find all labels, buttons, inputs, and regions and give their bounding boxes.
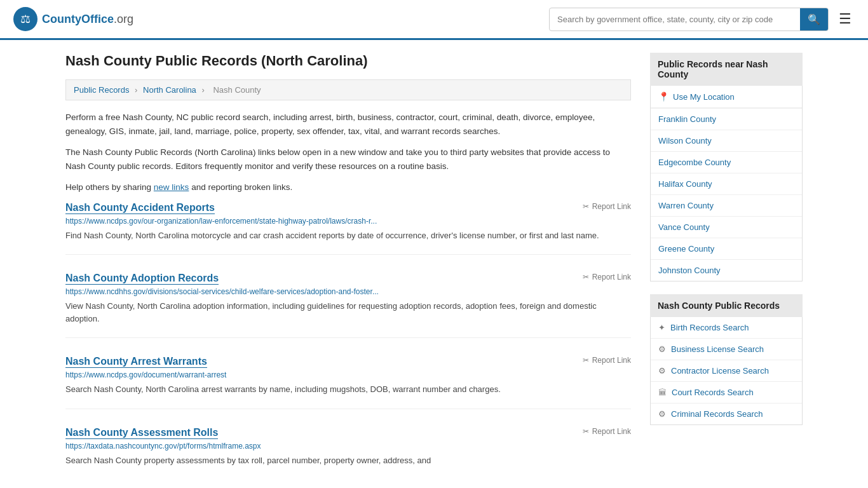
nash-record-icon: ⚙	[658, 366, 666, 376]
nash-record-item[interactable]: 🏛 Court Records Search	[651, 382, 802, 403]
nearby-county-link[interactable]: Warren County	[651, 195, 802, 216]
logo-area: ⚖ CountyOffice.org	[13, 6, 133, 32]
breadcrumb-nash-county: Nash County	[213, 85, 261, 95]
use-location-label: Use My Location	[673, 92, 735, 102]
result-item: Nash County Arrest Warrants ✂ Report Lin…	[65, 356, 631, 409]
report-link[interactable]: ✂ Report Link	[583, 202, 631, 211]
nearby-counties-container: Franklin CountyWilson CountyEdgecombe Co…	[651, 109, 802, 281]
breadcrumb: Public Records › North Carolina › Nash C…	[65, 79, 631, 100]
nearby-county-item[interactable]: Warren County	[651, 195, 802, 217]
nash-record-item[interactable]: ⚙ Criminal Records Search	[651, 403, 802, 424]
nearby-county-item[interactable]: Franklin County	[651, 109, 802, 130]
nash-records-title: Nash County Public Records	[650, 294, 803, 317]
nearby-title: Public Records near Nash County	[650, 53, 803, 86]
nash-record-link[interactable]: ⚙ Criminal Records Search	[651, 403, 802, 424]
logo-text: CountyOffice.org	[42, 13, 133, 26]
nash-records-list: ✦ Birth Records Search ⚙ Business Licens…	[650, 317, 803, 425]
result-header: Nash County Assessment Rolls ✂ Report Li…	[65, 427, 631, 439]
nearby-county-item[interactable]: Halifax County	[651, 173, 802, 195]
result-url[interactable]: https://www.ncdps.gov/our-organization/l…	[65, 217, 631, 226]
nash-record-icon: ⚙	[658, 409, 666, 419]
result-header: Nash County Adoption Records ✂ Report Li…	[65, 273, 631, 285]
nearby-county-link[interactable]: Franklin County	[651, 109, 802, 130]
nearby-county-link[interactable]: Greene County	[651, 238, 802, 259]
result-header: Nash County Accident Reports ✂ Report Li…	[65, 202, 631, 214]
nash-record-icon: ✦	[658, 323, 665, 332]
nearby-county-item[interactable]: Greene County	[651, 238, 802, 260]
result-item: Nash County Adoption Records ✂ Report Li…	[65, 273, 631, 338]
nash-record-label: Court Records Search	[672, 388, 754, 397]
description-1: Perform a free Nash County, NC public re…	[65, 111, 631, 138]
nearby-list: 📍 Use My Location Franklin CountyWilson …	[650, 86, 803, 281]
nearby-county-link[interactable]: Vance County	[651, 217, 802, 238]
report-link-label: Report Link	[592, 356, 631, 365]
report-link-label: Report Link	[592, 202, 631, 211]
nash-record-item[interactable]: ✦ Birth Records Search	[651, 317, 802, 339]
nash-record-link[interactable]: ⚙ Business License Search	[651, 339, 802, 360]
result-desc: View Nash County, North Carolina adoptio…	[65, 300, 631, 325]
sidebar: Public Records near Nash County 📍 Use My…	[650, 53, 803, 488]
result-title[interactable]: Nash County Assessment Rolls	[65, 427, 218, 439]
report-link-label: Report Link	[592, 273, 631, 281]
result-title[interactable]: Nash County Adoption Records	[65, 273, 219, 285]
result-title[interactable]: Nash County Accident Reports	[65, 202, 215, 214]
nearby-county-link[interactable]: Halifax County	[651, 173, 802, 194]
nash-record-label: Birth Records Search	[670, 323, 749, 332]
report-link[interactable]: ✂ Report Link	[583, 427, 631, 436]
result-header: Nash County Arrest Warrants ✂ Report Lin…	[65, 356, 631, 368]
nash-record-link[interactable]: ✦ Birth Records Search	[651, 317, 802, 338]
nash-record-label: Criminal Records Search	[671, 409, 763, 419]
header: ⚖ CountyOffice.org 🔍 ☰	[0, 0, 868, 40]
report-link[interactable]: ✂ Report Link	[583, 356, 631, 365]
main-container: Nash County Public Records (North Caroli…	[53, 40, 815, 488]
result-url[interactable]: https://www.ncdhhs.gov/divisions/social-…	[65, 287, 631, 296]
location-pin-icon: 📍	[658, 92, 669, 102]
nash-record-item[interactable]: ⚙ Business License Search	[651, 339, 802, 360]
search-button[interactable]: 🔍	[800, 8, 828, 30]
results-list: Nash County Accident Reports ✂ Report Li…	[65, 202, 631, 480]
nearby-county-link[interactable]: Johnston County	[651, 260, 802, 281]
nash-record-item[interactable]: ⚙ Contractor License Search	[651, 360, 802, 382]
result-url[interactable]: https://www.ncdps.gov/document/warrant-a…	[65, 370, 631, 379]
report-link[interactable]: ✂ Report Link	[583, 273, 631, 281]
nash-record-link[interactable]: 🏛 Court Records Search	[651, 382, 802, 403]
nearby-county-link[interactable]: Edgecombe County	[651, 152, 802, 173]
result-title[interactable]: Nash County Arrest Warrants	[65, 356, 207, 368]
result-desc: Find Nash County, North Carolina motorcy…	[65, 229, 631, 242]
description-3: Help others by sharing new links and rep…	[65, 180, 631, 194]
nash-record-link[interactable]: ⚙ Contractor License Search	[651, 360, 802, 381]
scissors-icon: ✂	[583, 356, 589, 365]
nash-records-items: ✦ Birth Records Search ⚙ Business Licens…	[651, 317, 802, 424]
result-item: Nash County Assessment Rolls ✂ Report Li…	[65, 427, 631, 480]
nash-record-icon: 🏛	[658, 388, 667, 397]
use-location-link[interactable]: 📍 Use My Location	[651, 86, 802, 108]
search-input[interactable]	[550, 10, 800, 29]
svg-text:⚖: ⚖	[20, 13, 31, 25]
breadcrumb-north-carolina[interactable]: North Carolina	[143, 85, 196, 95]
nash-record-label: Contractor License Search	[671, 366, 769, 376]
nearby-county-item[interactable]: Edgecombe County	[651, 152, 802, 173]
use-location-item[interactable]: 📍 Use My Location	[651, 86, 802, 109]
scissors-icon: ✂	[583, 202, 589, 211]
nearby-county-item[interactable]: Wilson County	[651, 130, 802, 152]
report-link-label: Report Link	[592, 427, 631, 436]
nearby-section: Public Records near Nash County 📍 Use My…	[650, 53, 803, 281]
result-desc: Search Nash County property assessments …	[65, 454, 631, 467]
menu-icon[interactable]: ☰	[835, 7, 855, 31]
result-url[interactable]: https://taxdata.nashcountync.gov/pt/form…	[65, 442, 631, 451]
result-desc: Search Nash County, North Carolina arres…	[65, 383, 631, 396]
description-2: The Nash County Public Records (North Ca…	[65, 146, 631, 173]
page-title: Nash County Public Records (North Caroli…	[65, 53, 631, 69]
nash-record-icon: ⚙	[658, 344, 666, 354]
nearby-county-item[interactable]: Vance County	[651, 217, 802, 238]
header-right: 🔍 ☰	[549, 7, 855, 31]
nearby-county-item[interactable]: Johnston County	[651, 260, 802, 281]
breadcrumb-public-records[interactable]: Public Records	[74, 85, 129, 95]
new-links-link[interactable]: new links	[154, 182, 189, 192]
nearby-county-link[interactable]: Wilson County	[651, 130, 802, 151]
result-item: Nash County Accident Reports ✂ Report Li…	[65, 202, 631, 255]
content-area: Nash County Public Records (North Caroli…	[65, 53, 631, 488]
nash-records-section: Nash County Public Records ✦ Birth Recor…	[650, 294, 803, 425]
search-bar: 🔍	[549, 8, 829, 31]
nash-record-label: Business License Search	[671, 344, 764, 354]
